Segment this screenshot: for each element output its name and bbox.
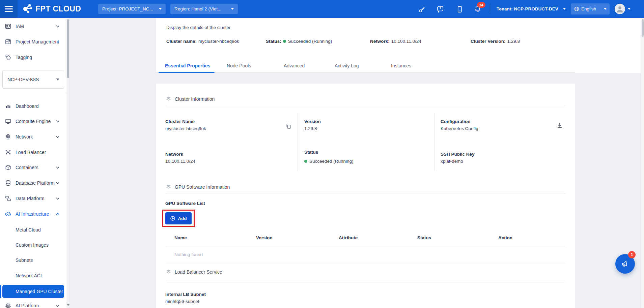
tab-advanced[interactable]: Advanced	[284, 63, 305, 68]
sidebar-item-label: Load Balancer	[16, 150, 46, 155]
workspace-selector[interactable]: NCP-DEV-K8S	[2, 70, 64, 89]
language-dropdown[interactable]: English	[571, 3, 610, 14]
field-value: Kubernetes Config	[441, 126, 478, 131]
sidebar-subitem-label: Subnets	[16, 257, 33, 263]
table-divider	[165, 246, 565, 246]
sidebar-subitem-label: Managed GPU Cluster	[16, 289, 63, 294]
status-dot-green	[283, 40, 286, 43]
field-cluster-name: Cluster Name mycluster-hbceq9ok	[165, 119, 206, 131]
support-chat-button[interactable]	[436, 5, 445, 13]
chevron-down-icon	[56, 79, 59, 81]
plus-circle-icon	[170, 216, 175, 221]
section-title: GPU Software Information	[175, 184, 230, 190]
fpt-cloud-logo[interactable]: FPT CLOUD	[21, 0, 81, 18]
active-item-indicator	[0, 285, 1, 298]
field-label: Configuration	[441, 119, 478, 124]
chevron-up-icon	[56, 212, 60, 216]
chevron-down-icon	[56, 165, 60, 170]
tab-activity-log[interactable]: Activity Log	[335, 63, 359, 68]
field-label: Version	[304, 119, 321, 124]
navbar-separator	[491, 5, 491, 13]
sidebar-item-label: Database Platform	[16, 180, 55, 186]
status-text: Succeeded (Running)	[309, 159, 354, 164]
sidebar-item-network-acl[interactable]: Network ACL	[0, 270, 65, 281]
field-value: minhtq56-subnet	[165, 299, 206, 304]
docs-button[interactable]	[455, 5, 464, 13]
project-dropdown[interactable]: Project: PROJECT_NC...	[98, 4, 166, 14]
sidebar-item-label: Dashboard	[16, 103, 39, 109]
cluster-information-section-header: Cluster Information	[165, 96, 215, 102]
iam-icon	[4, 23, 12, 30]
column-divider	[435, 113, 435, 171]
hamburger-menu-button[interactable]	[0, 0, 18, 18]
copy-icon	[285, 123, 292, 130]
sidebar-item-iam[interactable]: IAM	[0, 21, 65, 32]
sidebar-item-managed-gpu-cluster-active[interactable]: Managed GPU Cluster	[2, 285, 64, 298]
download-icon	[556, 122, 563, 129]
sidebar-item-metal-cloud[interactable]: Metal Cloud	[0, 224, 65, 236]
sidebar-item-ai-platform[interactable]: AI Platform	[0, 300, 65, 308]
tab-essential-properties[interactable]: Essential Properties	[165, 63, 211, 68]
sidebar-item-compute-engine[interactable]: Compute Engine	[0, 116, 65, 127]
user-menu[interactable]	[615, 4, 631, 14]
chevron-down-icon	[56, 304, 60, 308]
app-root: FPT CLOUD Project: PROJECT_NC... Region:…	[0, 0, 644, 308]
top-navbar: FPT CLOUD Project: PROJECT_NC... Region:…	[0, 0, 644, 18]
table-header-name: Name	[174, 235, 187, 240]
load-balancer-icon	[4, 149, 12, 156]
chevron-down-icon	[56, 24, 60, 28]
project-management-icon	[4, 38, 12, 45]
page-description: Display the details of the cluster	[166, 25, 231, 30]
copy-cluster-name-button[interactable]	[285, 123, 292, 130]
access-key-button[interactable]	[418, 5, 426, 13]
page-scrollbar-thumb[interactable]	[642, 19, 644, 37]
sidebar-item-project-management[interactable]: Project Management	[0, 36, 65, 48]
monitor-icon	[4, 118, 12, 125]
download-kubeconfig-button[interactable]	[556, 122, 563, 129]
status-dot-green	[304, 160, 307, 163]
sidebar-subitem-label: Network ACL	[16, 273, 43, 278]
database-icon	[4, 180, 12, 186]
sidebar-item-database-platform[interactable]: Database Platform	[0, 177, 65, 189]
cluster-version-summary: Cluster Version: 1.29.8	[471, 39, 520, 44]
table-header-status: Status	[417, 235, 431, 240]
chevron-down-icon	[604, 8, 607, 10]
tab-node-pools[interactable]: Node Pools	[227, 63, 251, 68]
layers-icon	[165, 96, 172, 102]
network-value: 10.100.11.0/24	[391, 39, 421, 44]
cluster-version-label: Cluster Version:	[471, 39, 506, 44]
tenant-label: Tenant: NCP-PRODUCT-DEV	[497, 6, 558, 11]
table-header-attribute: Attribute	[339, 235, 358, 240]
sidebar-item-custom-images[interactable]: Custom Images	[0, 239, 65, 251]
table-empty-state: Nothing found	[174, 252, 203, 257]
sidebar-item-containers[interactable]: Containers	[0, 162, 65, 173]
sidebar-item-dashboard[interactable]: Dashboard	[0, 100, 65, 112]
page-scrollbar-track[interactable]	[641, 18, 644, 308]
add-button-label: Add	[178, 216, 187, 221]
cluster-name-label: Cluster name:	[166, 39, 197, 44]
sidebar-item-label: AI Infrastructure	[16, 211, 49, 217]
sidebar-item-subnets[interactable]: Subnets	[0, 254, 65, 266]
section-divider	[165, 281, 565, 281]
announcement-count-badge: 1	[628, 251, 636, 258]
gpu-software-list-label: GPU Software List	[165, 201, 205, 206]
sidebar-item-tagging[interactable]: Tagging	[0, 52, 65, 63]
tenant-dropdown[interactable]: Tenant: NCP-PRODUCT-DEV	[497, 0, 566, 18]
tab-instances[interactable]: Instances	[391, 63, 411, 68]
sidebar-item-data-platform[interactable]: Data Platform	[0, 193, 65, 204]
chip-icon	[4, 302, 12, 308]
cluster-detail-header: Display the details of the cluster Clust…	[156, 18, 641, 73]
sidebar-item-load-balancer[interactable]: Load Balancer	[0, 147, 65, 158]
sidebar-item-label: Project Management	[16, 39, 59, 44]
load-balancer-section-header: Load Balancer Service	[165, 269, 222, 275]
field-configuration: Configuration Kubernetes Config	[441, 119, 478, 131]
sidebar-item-network[interactable]: Network	[0, 131, 65, 143]
scrollbar-down-arrow[interactable]	[66, 303, 69, 307]
chevron-down-icon	[231, 8, 234, 10]
language-label: English	[581, 6, 596, 11]
field-value: xplat-demo	[441, 159, 475, 164]
add-gpu-software-button[interactable]: Add	[165, 212, 192, 224]
region-dropdown[interactable]: Region: Hanoi 2 (Viet...	[170, 4, 238, 14]
sidebar-item-ai-infrastructure[interactable]: AI Infrastructure	[0, 208, 65, 220]
sidebar-scrollbar-thumb[interactable]	[67, 19, 69, 78]
